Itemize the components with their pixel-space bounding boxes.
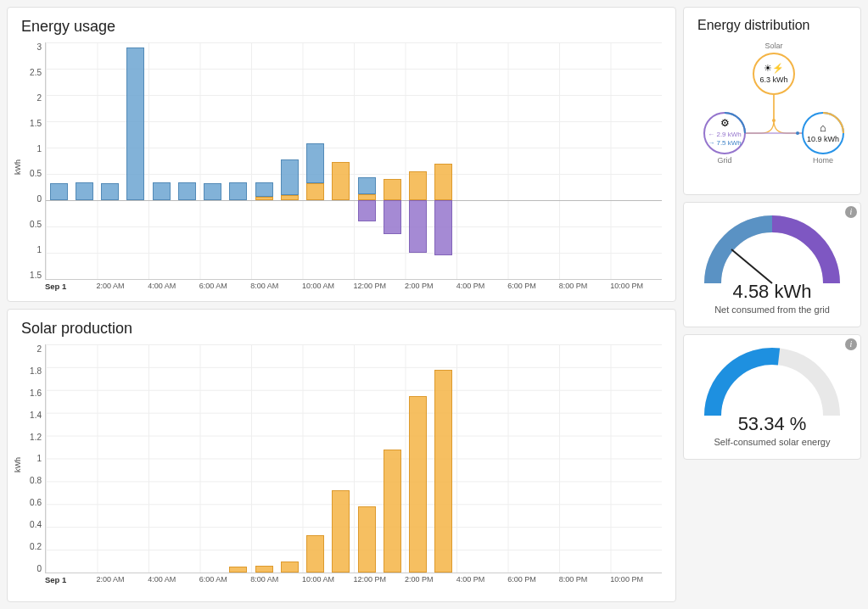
solar-production-chart: kWh 21.81.61.41.210.80.60.40.20 Sep 12:0…	[21, 344, 662, 584]
info-icon[interactable]: i	[845, 338, 857, 350]
bar-solar-production[interactable]	[434, 370, 452, 573]
bar-grid-export[interactable]	[409, 200, 427, 253]
bar-solar-production[interactable]	[229, 567, 247, 573]
bar-solar-production[interactable]	[306, 535, 324, 573]
net-consumed-gauge-card: i 4.58 kWh Net consumed from the grid	[683, 202, 861, 327]
bar-grid-import[interactable]	[126, 47, 144, 200]
bar-solar-production[interactable]	[281, 562, 299, 573]
energy-distribution-title: Energy distribution	[697, 18, 847, 33]
bar-solar-used[interactable]	[255, 197, 273, 200]
bar-grid-import[interactable]	[153, 182, 171, 200]
solar-panel-icon: ☀︎⚡	[764, 62, 784, 74]
distribution-diagram: Solar ☀︎⚡ 6.3 kWh ⚙ ← 2.9 kWh → 7.5 kWh …	[697, 40, 850, 184]
x-ticks: Sep 12:00 AM4:00 AM6:00 AM8:00 AM10:00 A…	[45, 575, 662, 584]
bar-solar-used[interactable]	[332, 162, 350, 200]
y-ticks: 32.521.510.500.511.5	[21, 42, 45, 280]
self-consumed-caption: Self-consumed solar energy	[691, 437, 854, 447]
y-ticks: 21.81.61.41.210.80.60.40.20	[21, 344, 45, 573]
net-consumed-caption: Net consumed from the grid	[691, 304, 854, 315]
bar-grid-export[interactable]	[434, 200, 452, 255]
solar-value: 6.3 kWh	[759, 75, 787, 84]
bar-solar-used[interactable]	[384, 179, 401, 200]
bar-solar-production[interactable]	[255, 566, 273, 573]
bar-solar-production[interactable]	[409, 396, 427, 573]
svg-point-1	[796, 131, 799, 135]
bar-solar-used[interactable]	[306, 183, 324, 200]
bar-grid-import[interactable]	[50, 183, 68, 200]
svg-text:→ 7.5 kWh: → 7.5 kWh	[708, 139, 742, 147]
home-value: 10.9 kWh	[807, 135, 839, 143]
bar-grid-import[interactable]	[358, 177, 376, 194]
bar-grid-import[interactable]	[229, 182, 247, 200]
bar-solar-production[interactable]	[358, 506, 376, 573]
bar-solar-used[interactable]	[409, 171, 427, 200]
gauge-needle	[731, 249, 772, 283]
bar-grid-import[interactable]	[101, 183, 119, 200]
solar-label: Solar	[764, 42, 782, 50]
energy-distribution-card: Energy distribution Solar ☀︎⚡ 6.3 kWh ⚙ …	[683, 7, 861, 195]
bar-grid-export[interactable]	[384, 200, 401, 234]
home-label: Home	[813, 156, 833, 165]
home-icon: ⌂	[820, 121, 826, 134]
grid-label: Grid	[717, 156, 731, 165]
bar-solar-used[interactable]	[434, 164, 452, 200]
y-axis-label: kWh	[14, 159, 22, 175]
info-icon[interactable]: i	[845, 206, 857, 218]
bar-grid-import[interactable]	[204, 183, 221, 200]
energy-usage-chart: kWh 32.521.510.500.511.5 Sep 12:00 AM4:0…	[21, 42, 662, 291]
solar-node[interactable]	[753, 53, 794, 94]
bar-grid-import[interactable]	[306, 143, 324, 183]
bar-solar-production[interactable]	[332, 490, 350, 573]
bar-solar-used[interactable]	[358, 194, 376, 200]
self-consumed-gauge-card: i 53.34 % Self-consumed solar energy	[683, 334, 861, 460]
bar-solar-used[interactable]	[281, 195, 299, 200]
bar-grid-import[interactable]	[255, 182, 273, 197]
bar-solar-production[interactable]	[384, 450, 401, 573]
bar-grid-export[interactable]	[358, 200, 376, 221]
bar-grid-import[interactable]	[281, 159, 299, 195]
svg-text:← 2.9 kWh: ← 2.9 kWh	[708, 131, 742, 138]
plot-area[interactable]	[45, 42, 662, 280]
svg-point-0	[772, 119, 776, 122]
bar-grid-import[interactable]	[76, 182, 93, 200]
energy-usage-card: Energy usage kWh 32.521.510.500.511.5 Se…	[7, 7, 676, 302]
energy-usage-title: Energy usage	[21, 18, 662, 36]
self-consumed-gauge	[696, 344, 848, 420]
net-consumed-gauge	[696, 211, 848, 288]
x-ticks: Sep 12:00 AM4:00 AM6:00 AM8:00 AM10:00 A…	[45, 282, 662, 291]
bar-grid-import[interactable]	[178, 182, 196, 200]
plot-area[interactable]	[45, 344, 662, 573]
pylon-icon: ⚙	[720, 117, 730, 129]
solar-production-card: Solar production kWh 21.81.61.41.210.80.…	[7, 309, 676, 602]
solar-production-title: Solar production	[21, 320, 662, 338]
y-axis-label: kWh	[14, 457, 22, 472]
